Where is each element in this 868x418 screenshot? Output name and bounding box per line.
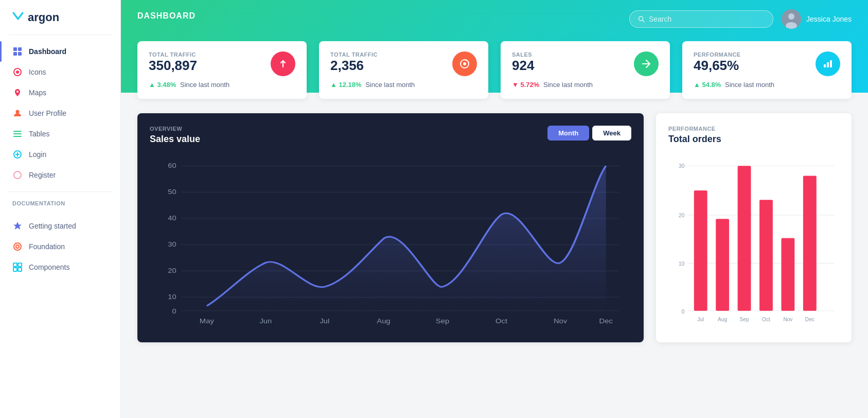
maps-icon bbox=[12, 88, 23, 98]
bar-dec bbox=[803, 176, 817, 310]
stat-change-text-1: Since last month bbox=[180, 81, 229, 89]
sidebar-item-user-profile[interactable]: User Profile bbox=[0, 103, 120, 124]
line-chart-container: 60 50 40 30 20 10 0 May Jun Jul Aug Sep … bbox=[150, 155, 631, 330]
orders-chart-header: PERFORMANCE Total orders bbox=[668, 126, 839, 145]
icons-icon bbox=[12, 67, 23, 77]
sales-chart-title: Sales value bbox=[150, 134, 200, 145]
search-input[interactable] bbox=[649, 15, 765, 23]
foundation-icon bbox=[12, 241, 23, 252]
svg-text:Oct: Oct bbox=[495, 318, 507, 325]
header-title: DASHBOARD bbox=[137, 11, 196, 21]
svg-text:Aug: Aug bbox=[718, 316, 727, 322]
tab-week[interactable]: Week bbox=[592, 126, 631, 141]
stat-change-text-2: Since last month bbox=[365, 81, 415, 89]
user-info: Jessica Jones bbox=[782, 9, 852, 29]
logo-text: argon bbox=[28, 11, 59, 24]
doc-section-label: DOCUMENTATION bbox=[0, 192, 120, 210]
stat-card-performance: PERFORMANCE 49,65% ▲ 54.8% Since last mo… bbox=[682, 41, 852, 99]
svg-text:Sep: Sep bbox=[740, 316, 749, 322]
sidebar-item-components[interactable]: Components bbox=[0, 257, 120, 277]
sidebar-item-label: Tables bbox=[29, 130, 49, 138]
sidebar-item-tables[interactable]: Tables bbox=[0, 124, 120, 144]
svg-text:30: 30 bbox=[679, 163, 684, 169]
sidebar-item-maps[interactable]: Maps bbox=[0, 82, 120, 103]
svg-text:Nov: Nov bbox=[554, 318, 567, 325]
stat-value-1: 350,897 bbox=[149, 58, 197, 74]
stats-row: TOTAL TRAFFIC 350,897 ▲ 3.48% Since last… bbox=[137, 41, 852, 99]
svg-point-6 bbox=[16, 110, 20, 114]
stat-change-text-4: Since last month bbox=[725, 81, 774, 89]
sidebar-item-register[interactable]: Register bbox=[0, 165, 120, 185]
stat-icon-4 bbox=[816, 51, 840, 76]
sidebar-doc-nav: Getting started Foundation Components bbox=[0, 210, 120, 284]
svg-rect-18 bbox=[13, 268, 17, 271]
stat-footer-1: ▲ 3.48% Since last month bbox=[149, 81, 295, 89]
getting-started-icon bbox=[12, 221, 23, 231]
svg-text:0: 0 bbox=[172, 308, 176, 315]
svg-rect-2 bbox=[13, 52, 17, 56]
svg-rect-27 bbox=[824, 64, 826, 67]
svg-rect-1 bbox=[18, 47, 22, 51]
svg-point-23 bbox=[788, 13, 794, 20]
svg-text:10: 10 bbox=[679, 260, 684, 267]
sales-chart-meta: OVERVIEW bbox=[150, 126, 200, 132]
content-area: TOTAL TRAFFIC 350,897 ▲ 3.48% Since last… bbox=[121, 41, 868, 418]
stat-label-1: TOTAL TRAFFIC bbox=[149, 51, 197, 58]
search-icon bbox=[638, 15, 645, 23]
bar-oct bbox=[759, 200, 773, 311]
stat-label-2: TOTAL TRAFFIC bbox=[330, 51, 378, 58]
stat-change-4: ▲ 54.8% bbox=[694, 81, 721, 89]
sidebar-item-label: Getting started bbox=[29, 222, 76, 230]
sidebar-item-dashboard[interactable]: Dashboard bbox=[0, 41, 120, 62]
stat-change-text-3: Since last month bbox=[543, 81, 593, 89]
orders-chart-card: PERFORMANCE Total orders 30 20 10 bbox=[656, 113, 852, 342]
dashboard-icon bbox=[12, 46, 23, 57]
stat-value-4: 49,65% bbox=[694, 58, 741, 74]
sidebar-item-foundation[interactable]: Foundation bbox=[0, 236, 120, 257]
svg-point-26 bbox=[463, 62, 466, 65]
sidebar: argon Dashboard Icons Maps User Profile bbox=[0, 0, 121, 418]
charts-row: OVERVIEW Sales value Month Week bbox=[137, 113, 852, 342]
stat-card-sales: SALES 924 ▼ 5.72% Since last month bbox=[501, 41, 670, 99]
main-content: DASHBOARD Jessica Jones TOTAL TRAFFIC bbox=[121, 0, 868, 418]
stat-card-total-traffic-1: TOTAL TRAFFIC 350,897 ▲ 3.48% Since last… bbox=[137, 41, 307, 99]
orders-chart-title: Total orders bbox=[668, 134, 721, 145]
stat-footer-4: ▲ 54.8% Since last month bbox=[694, 81, 840, 89]
svg-text:Aug: Aug bbox=[377, 318, 390, 325]
bar-sep bbox=[738, 166, 751, 311]
sidebar-item-label: User Profile bbox=[29, 109, 66, 117]
search-bar[interactable] bbox=[629, 10, 773, 28]
tab-month[interactable]: Month bbox=[547, 126, 589, 141]
svg-text:Jul: Jul bbox=[697, 316, 704, 322]
svg-text:Nov: Nov bbox=[783, 316, 793, 322]
svg-rect-16 bbox=[13, 263, 17, 267]
stat-label-3: SALES bbox=[512, 51, 534, 58]
stat-value-2: 2,356 bbox=[330, 58, 378, 74]
sidebar-item-label: Dashboard bbox=[29, 47, 66, 56]
svg-text:60: 60 bbox=[168, 162, 176, 169]
sales-chart-card: OVERVIEW Sales value Month Week bbox=[137, 113, 644, 342]
sidebar-item-login[interactable]: Login bbox=[0, 144, 120, 165]
stat-icon-3 bbox=[634, 51, 659, 76]
tables-icon bbox=[12, 129, 23, 139]
svg-text:May: May bbox=[200, 318, 214, 325]
sidebar-item-label: Register bbox=[29, 171, 56, 179]
sidebar-nav: Dashboard Icons Maps User Profile Tables bbox=[0, 35, 120, 191]
bar-aug bbox=[716, 219, 729, 311]
sidebar-item-getting-started[interactable]: Getting started bbox=[0, 216, 120, 236]
bar-chart-container: 30 20 10 0 bbox=[668, 155, 839, 330]
svg-point-14 bbox=[14, 243, 21, 250]
svg-point-5 bbox=[16, 71, 19, 74]
svg-text:10: 10 bbox=[168, 293, 176, 301]
stat-change-3: ▼ 5.72% bbox=[512, 81, 539, 89]
svg-rect-19 bbox=[18, 268, 22, 271]
svg-point-15 bbox=[16, 245, 19, 248]
chart-tabs: Month Week bbox=[547, 126, 631, 141]
svg-rect-3 bbox=[18, 52, 22, 56]
stat-change-2: ▲ 12.18% bbox=[330, 81, 362, 89]
svg-text:Oct: Oct bbox=[762, 316, 770, 322]
svg-rect-17 bbox=[18, 263, 22, 267]
svg-rect-7 bbox=[13, 131, 22, 132]
sidebar-item-icons[interactable]: Icons bbox=[0, 62, 120, 82]
svg-text:20: 20 bbox=[168, 267, 176, 274]
